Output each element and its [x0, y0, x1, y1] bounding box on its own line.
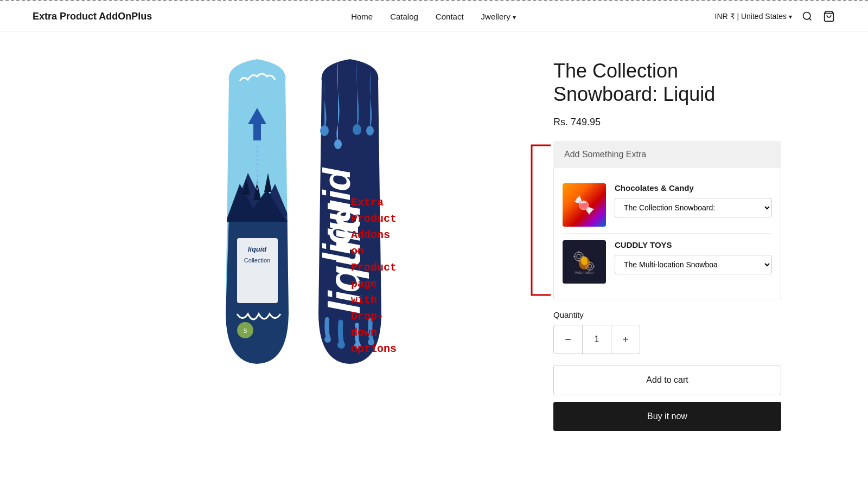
addon-item-chocolates: 🍬 Chocolates & Candy The Collection Snow…: [563, 177, 772, 233]
nav-jewellery[interactable]: Jwellery: [481, 12, 516, 21]
cuddly-toys-image: Automation: [563, 240, 606, 284]
nav-contact[interactable]: Contact: [436, 12, 464, 21]
svg-text:Automation: Automation: [575, 271, 594, 274]
main-nav: Home Catalog Contact Jwellery: [351, 12, 516, 21]
nav-home[interactable]: Home: [351, 12, 373, 21]
snowboard-image-1: liquid Collection S: [215, 54, 299, 368]
svg-point-0: [803, 12, 810, 20]
svg-point-20: [353, 124, 361, 135]
chevron-down-icon: [513, 12, 516, 21]
svg-line-1: [809, 18, 812, 21]
addon-items: 🍬 Chocolates & Candy The Collection Snow…: [553, 168, 781, 299]
chocolates-image: 🍬: [563, 183, 606, 227]
header-right: INR ₹ | United States: [715, 10, 835, 23]
product-price: Rs. 749.95: [553, 117, 781, 128]
red-bracket-annotation: [524, 141, 553, 299]
addon-header: Add Something Extra: [553, 141, 781, 168]
svg-text:liquid: liquid: [248, 245, 267, 253]
addon-item-toys-select[interactable]: The Multi-location Snowboa Option 2 Opti…: [615, 255, 772, 274]
site-logo[interactable]: Extra Product AddOnPlus: [33, 11, 152, 22]
quantity-control: − 1 +: [553, 325, 640, 354]
add-to-cart-button[interactable]: Add to cart: [553, 365, 781, 395]
addon-item-chocolates-select[interactable]: The Collection Snowboard: Option 2 Optio…: [615, 198, 772, 217]
quantity-value: 1: [582, 325, 611, 354]
svg-point-43: [581, 256, 588, 265]
product-title: The Collection Snowboard: Liquid: [553, 59, 781, 106]
svg-point-18: [320, 125, 329, 136]
chevron-down-icon: [789, 12, 792, 21]
svg-point-25: [324, 336, 331, 343]
addon-item-chocolates-info: Chocolates & Candy The Collection Snowbo…: [615, 183, 772, 217]
quantity-increment-button[interactable]: +: [611, 325, 640, 354]
quantity-decrement-button[interactable]: −: [554, 325, 582, 354]
addon-item-toys-name: CUDDLY TOYS: [615, 240, 772, 249]
product-image-area: liquid Collection S: [87, 54, 521, 431]
product-details: The Collection Snowboard: Liquid Rs. 749…: [553, 54, 781, 431]
currency-selector[interactable]: INR ₹ | United States: [715, 12, 792, 21]
site-header: Extra Product AddOnPlus Home Catalog Con…: [0, 1, 868, 32]
addon-item-chocolates-name: Chocolates & Candy: [615, 183, 772, 192]
svg-point-21: [366, 126, 374, 136]
search-button[interactable]: [801, 10, 814, 23]
svg-text:S: S: [244, 328, 247, 334]
addon-item-toys-info: CUDDLY TOYS The Multi-location Snowboa O…: [615, 240, 772, 274]
svg-point-19: [334, 139, 342, 149]
quantity-label: Quantity: [553, 310, 781, 319]
addon-container: Add Something Extra 🍬 Chocolates & Candy…: [553, 141, 781, 299]
svg-point-9: [242, 92, 257, 107]
addon-item-cuddly-toys: Automation CUDDLY TOYS The Multi-locatio…: [563, 233, 772, 290]
buy-now-button[interactable]: Buy it now: [553, 402, 781, 431]
svg-text:Collection: Collection: [244, 257, 270, 264]
promo-text: Extra Product Addons on Product page wit…: [351, 195, 397, 357]
main-content: liquid Collection S: [54, 32, 814, 453]
cart-button[interactable]: [822, 10, 835, 23]
nav-catalog[interactable]: Catalog: [390, 12, 418, 21]
svg-point-26: [337, 341, 345, 349]
